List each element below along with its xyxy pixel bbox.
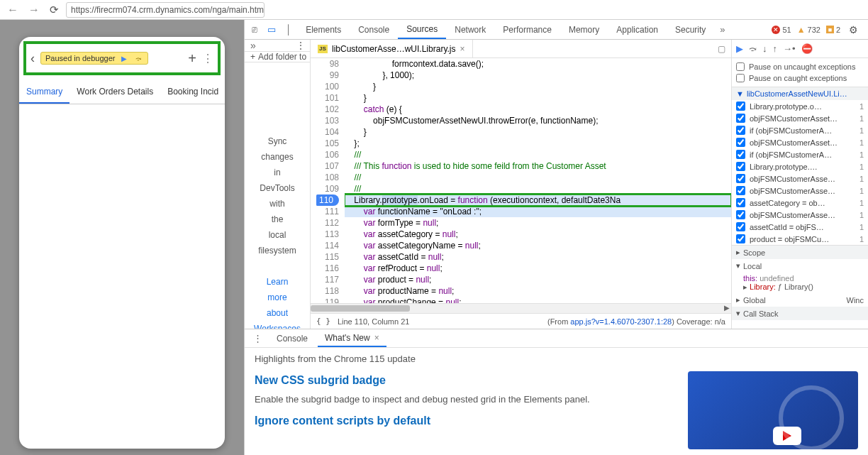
devtools-tab-performance[interactable]: Performance: [494, 20, 560, 39]
nav-back-icon[interactable]: ←: [4, 4, 21, 16]
step-out-button[interactable]: ↑: [773, 43, 778, 54]
workspaces-link[interactable]: Workspaces: [245, 321, 310, 329]
add-icon[interactable]: +: [188, 50, 196, 67]
source-map-link[interactable]: app.js?v=1.4.6070-2307.1:28: [570, 317, 672, 326]
devtools-tab-network[interactable]: Network: [446, 20, 494, 39]
code-line[interactable]: var formType = null;: [345, 217, 731, 229]
nav-menu-icon[interactable]: ⋮: [296, 40, 310, 51]
pretty-print-icon[interactable]: { }: [316, 317, 330, 326]
back-icon[interactable]: ‹: [30, 51, 35, 66]
warning-count[interactable]: ▲732: [797, 25, 820, 35]
tab-summary[interactable]: Summary: [19, 80, 69, 104]
code-line[interactable]: Library.prototype.onLoad = function (exe…: [345, 194, 731, 206]
pause-uncaught-checkbox[interactable]: Pause on uncaught exceptions: [736, 61, 864, 72]
breakpoint-checkbox[interactable]: [736, 198, 745, 207]
file-tab[interactable]: JS libCustomerAsse…wUI.Library.js ×: [311, 40, 473, 57]
code-line[interactable]: ///: [345, 149, 731, 160]
nav-more-icon[interactable]: »: [250, 40, 256, 51]
breakpoint-item[interactable]: if (objFSMCustomerA…1: [732, 148, 868, 160]
breakpoint-checkbox[interactable]: [736, 174, 745, 183]
breakpoint-item[interactable]: Library.prototype.o…1: [732, 100, 868, 112]
breakpoint-checkbox[interactable]: [736, 234, 745, 243]
code-line[interactable]: var productChange = null;: [345, 297, 731, 303]
code-line[interactable]: catch (e) {: [345, 104, 731, 115]
breakpoint-checkbox[interactable]: [736, 222, 745, 231]
breakpoint-item[interactable]: assetCatId = objFS…1: [732, 221, 868, 233]
toggle-sidebar-icon[interactable]: ▢: [712, 44, 731, 54]
add-folder-button[interactable]: +Add folder to: [245, 52, 310, 62]
breakpoint-checkbox[interactable]: [736, 186, 745, 195]
code-line[interactable]: }: [345, 81, 731, 92]
whatsnew-video-thumb[interactable]: [688, 371, 858, 449]
breakpoint-checkbox[interactable]: [736, 162, 745, 171]
breakpoint-item[interactable]: objFSMCustomerAsset…1: [732, 136, 868, 148]
drawer-tab-whatsnew[interactable]: What's New ×: [318, 329, 386, 347]
breakpoint-checkbox[interactable]: [736, 210, 745, 219]
step-into-button[interactable]: ↓: [762, 43, 767, 54]
close-icon[interactable]: ×: [374, 333, 379, 343]
error-count[interactable]: ✕51: [772, 26, 791, 34]
devtools-tab-sources[interactable]: Sources: [398, 20, 446, 39]
settings-icon[interactable]: ⚙: [846, 24, 861, 35]
breakpoint-item[interactable]: product = objFSMCu…1: [732, 233, 868, 245]
drawer-tab-console[interactable]: Console: [269, 329, 315, 347]
tab-booking[interactable]: Booking Incid: [160, 80, 225, 104]
code-line[interactable]: }, 1000);: [345, 70, 731, 81]
code-line[interactable]: /// This function is used to hide some f…: [345, 160, 731, 172]
devtools-tab-security[interactable]: Security: [667, 20, 714, 39]
more-link[interactable]: more: [245, 290, 310, 305]
reload-icon[interactable]: ⟳: [47, 4, 62, 16]
breakpoint-item[interactable]: Library.prototype.…1: [732, 160, 868, 172]
devtools-tab-memory[interactable]: Memory: [560, 20, 608, 39]
inspect-icon[interactable]: ⎚: [247, 24, 262, 35]
resume-button[interactable]: ▶: [736, 43, 743, 54]
breakpoints-file-header[interactable]: ▼ libCustomerAssetNewUI.Li…: [732, 87, 868, 100]
menu-icon[interactable]: ⋮: [202, 52, 213, 65]
breakpoint-checkbox[interactable]: [736, 102, 745, 111]
code-line[interactable]: var assetCategory = null;: [345, 229, 731, 240]
call-stack-header[interactable]: ▾ Call Stack: [732, 307, 868, 320]
about-link[interactable]: about: [245, 305, 310, 321]
horizontal-scrollbar[interactable]: ▶: [311, 303, 731, 313]
device-toggle-icon[interactable]: ▭: [263, 24, 280, 35]
scope-global-header[interactable]: ▸ GlobalWinc: [732, 293, 868, 307]
code-line[interactable]: var functionName = "onLoad :";: [345, 206, 731, 217]
code-line[interactable]: ///: [345, 183, 731, 194]
step-over-icon[interactable]: ⤼: [133, 54, 143, 62]
breakpoint-checkbox[interactable]: [736, 150, 745, 159]
breakpoint-item[interactable]: objFSMCustomerAsse…1: [732, 185, 868, 197]
breakpoint-checkbox[interactable]: [736, 138, 745, 147]
devtools-tab-elements[interactable]: Elements: [297, 20, 350, 39]
drawer-menu-icon[interactable]: ⋮: [249, 333, 267, 344]
code-line[interactable]: ///: [345, 172, 731, 183]
code-line[interactable]: var product = null;: [345, 274, 731, 285]
breakpoint-checkbox[interactable]: [736, 126, 745, 135]
code-line[interactable]: var assetCatId = null;: [345, 251, 731, 263]
scope-header[interactable]: ▸ Scope: [732, 246, 868, 259]
breakpoint-item[interactable]: objFSMCustomerAsse…1: [732, 209, 868, 221]
code-line[interactable]: objFSMCustomerAssetNewUI.throwError(e, f…: [345, 115, 731, 126]
code-line[interactable]: var productName = null;: [345, 285, 731, 297]
step-button[interactable]: →•: [783, 43, 796, 54]
nav-forward-icon[interactable]: →: [26, 4, 43, 16]
devtools-tab-console[interactable]: Console: [350, 20, 398, 39]
resume-icon[interactable]: ▶: [119, 54, 129, 62]
deactivate-bp-button[interactable]: ⛔: [801, 43, 813, 54]
pause-caught-checkbox[interactable]: Pause on caught exceptions: [736, 72, 864, 84]
breakpoint-item[interactable]: objFSMCustomerAsset…1: [732, 112, 868, 124]
close-tab-icon[interactable]: ×: [460, 44, 465, 54]
more-tabs-icon[interactable]: »: [716, 24, 729, 35]
breakpoint-item[interactable]: objFSMCustomerAsse…1: [732, 172, 868, 185]
step-over-button[interactable]: ⤼: [749, 43, 757, 54]
breakpoint-item[interactable]: assetCategory = ob…1: [732, 197, 868, 209]
code-line[interactable]: formcontext.data.save();: [345, 58, 731, 70]
code-line[interactable]: };: [345, 138, 731, 149]
code-line[interactable]: }: [345, 126, 731, 138]
code-line[interactable]: var refProduct = null;: [345, 263, 731, 274]
learn-link[interactable]: Learn: [245, 274, 310, 290]
tab-work-orders[interactable]: Work Orders Details: [69, 80, 160, 104]
breakpoint-item[interactable]: if (objFSMCustomerA…1: [732, 124, 868, 136]
issue-count[interactable]: ■2: [826, 26, 840, 34]
devtools-tab-application[interactable]: Application: [608, 20, 667, 39]
breakpoint-checkbox[interactable]: [736, 114, 745, 123]
